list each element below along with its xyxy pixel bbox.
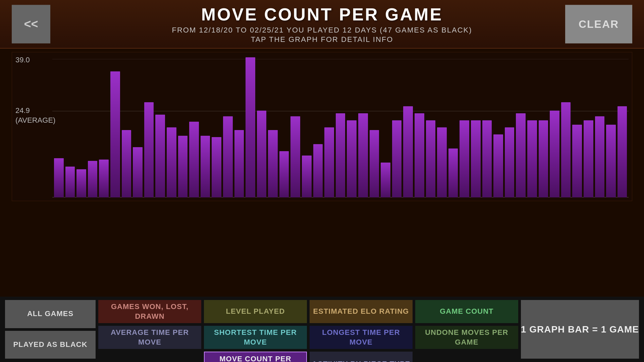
bar[interactable] — [122, 130, 131, 197]
bar[interactable] — [392, 120, 402, 197]
bar[interactable] — [189, 122, 199, 197]
games-won-button[interactable]: GAMES WON, LOST, DRAWN — [98, 300, 201, 323]
bar[interactable] — [415, 113, 424, 197]
back-button[interactable]: << — [12, 5, 50, 43]
bar[interactable] — [505, 127, 515, 197]
bar[interactable] — [155, 115, 165, 197]
bar[interactable] — [223, 116, 233, 197]
bar[interactable] — [584, 120, 593, 197]
bar[interactable] — [268, 130, 278, 197]
bar[interactable] — [561, 102, 571, 197]
bar[interactable] — [133, 147, 143, 197]
bar[interactable] — [99, 160, 109, 197]
bar[interactable] — [437, 127, 447, 197]
bar[interactable] — [482, 120, 492, 197]
bar[interactable] — [212, 137, 221, 197]
bar[interactable] — [201, 136, 210, 197]
bar[interactable] — [234, 130, 244, 197]
clear-button[interactable]: CLEAR — [565, 5, 632, 43]
bar[interactable] — [426, 120, 436, 197]
bar[interactable] — [302, 156, 312, 197]
bar[interactable] — [618, 106, 627, 197]
bar[interactable] — [460, 120, 469, 197]
header-tap-hint: TAP THE GRAPH FOR DETAIL INFO — [172, 35, 472, 44]
shortest-time-button[interactable]: SHORTEST TIME PER MOVE — [204, 326, 307, 349]
bar[interactable] — [110, 71, 120, 197]
bottom-section: ALL GAMES PLAYED AS BLACK GAMES WON, LOS… — [0, 297, 644, 362]
average-time-button[interactable]: AVERAGE TIME PER MOVE — [98, 326, 201, 349]
chart-avg-label: 24.9 (AVERAGE) — [15, 106, 55, 125]
bar[interactable] — [370, 130, 379, 197]
level-played-button[interactable]: LEVEL PLAYED — [204, 300, 307, 323]
bar[interactable] — [539, 120, 548, 197]
bar[interactable] — [572, 125, 582, 197]
bar[interactable] — [595, 116, 605, 197]
undone-moves-button[interactable]: UNDONE MOVES PER GAME — [415, 326, 518, 349]
bar[interactable] — [144, 102, 154, 197]
header-subtitle: FROM 12/18/20 TO 02/25/21 YOU PLAYED 12 … — [172, 26, 472, 35]
bar[interactable] — [493, 134, 503, 197]
bar[interactable] — [290, 116, 300, 197]
graph-bar-info: 1 GRAPH BAR = 1 GAME — [521, 300, 639, 359]
longest-time-button[interactable]: LONGEST TIME PER MOVE — [310, 326, 413, 349]
played-as-black-button[interactable]: PLAYED AS BLACK — [5, 331, 96, 359]
game-count-button[interactable]: GAME COUNT — [415, 300, 518, 323]
left-btn-group: ALL GAMES PLAYED AS BLACK — [5, 300, 96, 359]
bar[interactable] — [313, 144, 323, 197]
bar[interactable] — [88, 161, 98, 197]
header-text: MOVE COUNT PER GAME FROM 12/18/20 TO 02/… — [172, 4, 472, 44]
page-title: MOVE COUNT PER GAME — [172, 4, 472, 24]
all-games-button[interactable]: ALL GAMES — [5, 300, 96, 328]
bar[interactable] — [516, 113, 526, 197]
bar[interactable] — [246, 57, 255, 197]
bar[interactable] — [54, 158, 64, 197]
bar[interactable] — [65, 167, 75, 197]
activity-by-button[interactable]: ACTIVITY BY PIECE TYPE — [310, 352, 413, 362]
bar[interactable] — [381, 163, 390, 198]
estimated-elo-button[interactable]: ESTIMATED ELO RATING — [310, 300, 413, 323]
bar[interactable] — [336, 113, 345, 197]
bar[interactable] — [403, 106, 413, 197]
bar[interactable] — [178, 136, 188, 197]
bar[interactable] — [606, 125, 616, 197]
bar[interactable] — [471, 120, 481, 197]
chart-container[interactable]: 39.0 24.9 (AVERAGE) — [12, 52, 632, 201]
bar[interactable] — [279, 151, 289, 197]
bar[interactable] — [324, 127, 334, 197]
bar[interactable] — [347, 120, 357, 197]
bar[interactable] — [550, 111, 559, 197]
bar[interactable] — [257, 111, 267, 197]
bar[interactable] — [358, 113, 368, 197]
bar[interactable] — [76, 169, 86, 197]
stats-btn-grid: GAMES WON, LOST, DRAWN LEVEL PLAYED ESTI… — [98, 300, 518, 359]
move-count-button[interactable]: MOVE COUNT PER GAME — [204, 352, 307, 362]
bar[interactable] — [448, 148, 458, 197]
header: << MOVE COUNT PER GAME FROM 12/18/20 TO … — [0, 0, 644, 49]
chart-max-label: 39.0 — [15, 56, 30, 64]
bar[interactable] — [167, 127, 176, 197]
chart-bars[interactable] — [52, 57, 629, 197]
bar[interactable] — [527, 120, 537, 197]
